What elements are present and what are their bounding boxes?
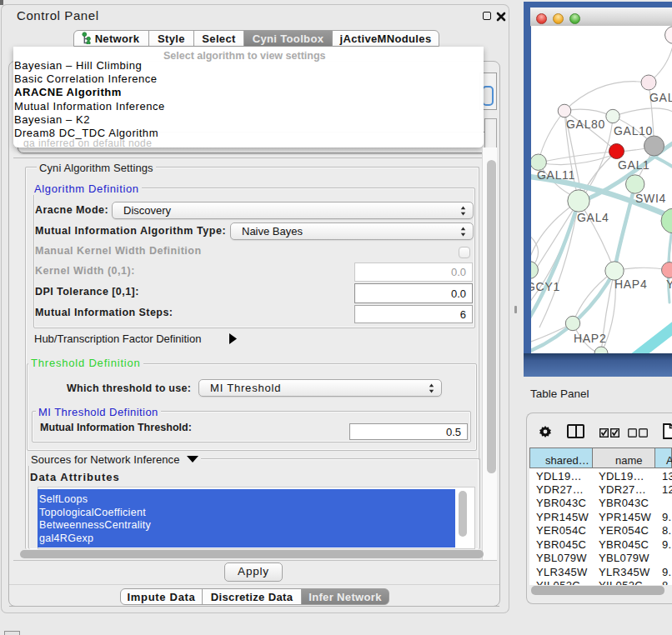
svg-text:HAP2: HAP2 (574, 332, 606, 345)
svg-text:SWI4: SWI4 (635, 192, 666, 205)
svg-text:GAL1: GAL1 (618, 158, 650, 172)
svg-text:GCY1: GCY1 (531, 280, 560, 293)
svg-text:GAL4: GAL4 (577, 211, 609, 224)
svg-text:GAL10: GAL10 (614, 124, 653, 138)
svg-text:GAL7: GAL7 (649, 91, 672, 104)
svg-text:GAL11: GAL11 (537, 168, 575, 182)
svg-text:Y: Y (666, 278, 672, 291)
svg-text:GAL80: GAL80 (566, 118, 605, 131)
svg-text:HAP4: HAP4 (614, 278, 647, 291)
